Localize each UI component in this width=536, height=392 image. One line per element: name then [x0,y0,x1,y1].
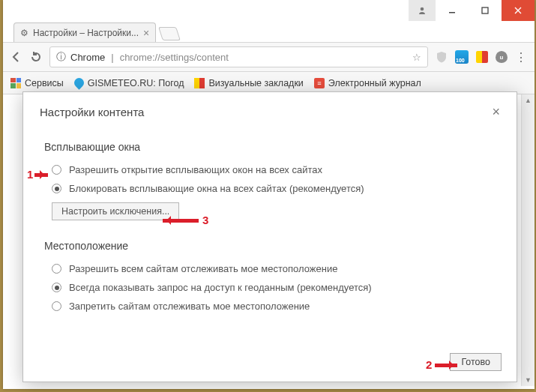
visual-icon [194,78,205,88]
location-allow-option[interactable]: Разрешить всем сайтам отслеживать мое ме… [44,259,496,278]
content-settings-dialog: Настройки контента × Всплывающие окна Ра… [22,91,517,382]
bookmark-gismeteo[interactable]: GISMETEO.RU: Погод [74,78,184,88]
window-titlebar [3,0,535,21]
apps-icon [10,78,21,88]
location-ask-option[interactable]: Всегда показывать запрос на доступ к гео… [44,278,496,297]
svg-rect-2 [482,7,488,13]
radio-checked-icon [52,184,61,193]
browser-window: ⚙ Настройки – Настройки... × ⓘ Chrome | … [3,0,535,389]
window-maximize-button[interactable] [469,0,502,21]
url-scheme-label: Chrome [70,52,105,63]
radio-icon [52,301,61,311]
radio-icon [52,165,61,175]
dialog-title: Настройки контента [40,106,492,118]
option-label: Разрешить всем сайтам отслеживать мое ме… [69,263,337,274]
svg-rect-1 [449,12,455,13]
bookmark-visual[interactable]: Визуальные закладки [194,78,303,88]
tab-strip: ⚙ Настройки – Настройки... × [3,21,535,42]
option-label: Всегда показывать запрос на доступ к гео… [69,282,372,293]
svg-point-0 [421,7,424,11]
shield-icon[interactable] [436,51,448,63]
option-label: Блокировать всплывающие окна на всех сай… [69,183,364,194]
drop-icon [72,76,85,89]
window-close-button[interactable] [502,0,535,21]
radio-checked-icon [52,283,61,292]
browser-menu-button[interactable]: ⋮ [515,50,527,64]
tab-title: Настройки – Настройки... [33,28,139,38]
extension-counter-icon[interactable] [455,50,469,64]
omnibox[interactable]: ⓘ Chrome | chrome://settings/content ☆ [49,46,428,67]
location-section-title: Местоположение [44,240,496,252]
extension-ya-icon[interactable] [476,51,488,63]
extension-ublock-icon[interactable]: u [496,51,508,63]
page-scrollbar[interactable]: ▲ ▼ [521,94,535,386]
popups-block-option[interactable]: Блокировать всплывающие окна на всех сай… [44,179,496,198]
nav-reload-button[interactable] [30,51,42,63]
new-tab-button[interactable] [158,27,181,40]
window-minimize-button[interactable] [436,0,469,21]
popups-section-title: Всплывающие окна [44,141,496,153]
dialog-done-button[interactable]: Готово [450,353,502,371]
window-user-button[interactable] [409,0,436,21]
option-label: Разрешить открытие всплывающих окон на в… [69,164,322,175]
tab-close-icon[interactable]: × [143,27,149,39]
scroll-up-icon[interactable]: ▲ [522,94,535,106]
journal-icon: ≡ [314,78,325,88]
option-label: Запретить сайтам отслеживать мое местопо… [69,301,310,312]
browser-tab[interactable]: ⚙ Настройки – Настройки... × [13,22,156,42]
url-text: chrome://settings/content [120,52,408,63]
bookmark-journal[interactable]: ≡ Электронный журнал [314,78,421,88]
bookmark-star-icon[interactable]: ☆ [412,52,421,63]
gear-icon: ⚙ [20,28,28,38]
popups-exceptions-button[interactable]: Настроить исключения... [52,202,179,220]
site-info-icon[interactable]: ⓘ [56,50,66,64]
nav-back-button[interactable] [10,51,22,63]
extension-icons: u [436,50,508,64]
popups-allow-option[interactable]: Разрешить открытие всплывающих окон на в… [44,160,496,179]
browser-toolbar: ⓘ Chrome | chrome://settings/content ☆ u… [3,42,535,72]
dialog-close-button[interactable]: × [492,104,500,120]
location-deny-option[interactable]: Запретить сайтам отслеживать мое местопо… [44,297,496,316]
bookmark-apps[interactable]: Сервисы [10,78,64,88]
scroll-down-icon[interactable]: ▼ [522,374,535,386]
radio-icon [52,264,61,274]
